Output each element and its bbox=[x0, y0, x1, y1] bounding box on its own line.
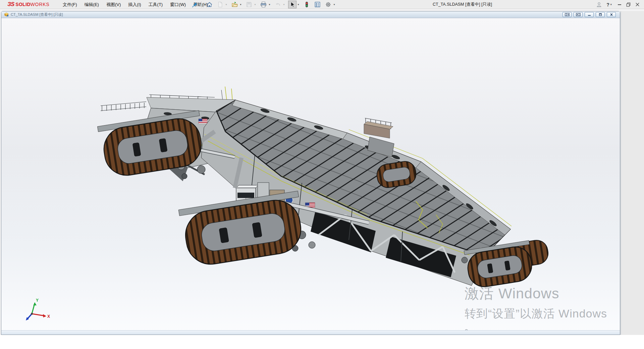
save-icon bbox=[246, 1, 252, 8]
traffic-light-icon bbox=[304, 1, 310, 8]
task-pane-collapsed[interactable] bbox=[621, 11, 644, 335]
open-dropdown[interactable]: ▾ bbox=[239, 1, 243, 8]
rear-platform bbox=[364, 118, 393, 138]
bottom-area bbox=[0, 335, 644, 349]
menu-edit[interactable]: 编辑(E) bbox=[81, 0, 103, 9]
select-dropdown[interactable]: ▾ bbox=[297, 1, 300, 8]
menu-file[interactable]: 文件(F) bbox=[59, 0, 81, 9]
undo-dropdown[interactable]: ▾ bbox=[282, 1, 286, 8]
undo-button[interactable] bbox=[274, 1, 282, 8]
document-pane-expand-right-button[interactable] bbox=[574, 12, 583, 17]
solidworks-window: ЗSSOLIDWORKS 文件(F)编辑(E)视图(V)插入(I)工具(T)窗口… bbox=[0, 0, 644, 349]
graphics-viewport[interactable]: Y X 激活 Windows 转到“设置”以激活 Windows bbox=[1, 18, 620, 335]
menubar: 文件(F)编辑(E)视图(V)插入(I)工具(T)窗口(W)帮助(H) bbox=[59, 0, 212, 9]
menu-window[interactable]: 窗口(W) bbox=[166, 0, 190, 9]
equipment-box bbox=[258, 183, 269, 197]
settings-gear-button[interactable] bbox=[324, 1, 332, 8]
document-title: CT_TA.SLDASM [查看中] [只读] bbox=[11, 12, 63, 17]
user-account-icon[interactable] bbox=[594, 0, 603, 9]
toolbar-separator bbox=[201, 1, 202, 8]
help-dropdown-icon[interactable]: ▾ bbox=[610, 3, 612, 6]
settings-gear-dropdown[interactable]: ▾ bbox=[332, 1, 336, 8]
main-titlebar: ЗSSOLIDWORKS 文件(F)编辑(E)视图(V)插入(I)工具(T)窗口… bbox=[0, 0, 644, 9]
select-button[interactable] bbox=[288, 1, 297, 8]
windows-activation-watermark: 激活 Windows 转到“设置”以激活 Windows bbox=[465, 284, 607, 321]
menu-insert[interactable]: 插入(I) bbox=[124, 0, 145, 9]
home-icon bbox=[206, 1, 213, 8]
main-toolbar: ▾▾▾▾▾▾▾ bbox=[205, 0, 336, 9]
orientation-triad: Y X bbox=[26, 298, 50, 320]
new-button[interactable] bbox=[216, 1, 224, 8]
options-list-icon bbox=[314, 1, 321, 8]
new-dropdown[interactable]: ▾ bbox=[224, 1, 228, 8]
help-button[interactable]: ?▾ bbox=[603, 0, 615, 9]
restore-button[interactable] bbox=[624, 0, 633, 9]
save-button[interactable] bbox=[245, 1, 253, 8]
us-flag-decal bbox=[199, 119, 207, 124]
select-icon bbox=[289, 1, 296, 8]
dassault-mark: ЗS bbox=[7, 1, 14, 7]
settings-gear-icon bbox=[325, 1, 331, 8]
new-icon bbox=[217, 1, 223, 8]
viewport-bottom-strip bbox=[1, 330, 620, 335]
document-window: CT_TA.SLDASM [查看中] [只读] bbox=[1, 11, 620, 335]
document-titlebar[interactable]: CT_TA.SLDASM [查看中] [只读] bbox=[1, 11, 620, 18]
solidworks-logo: ЗSSOLIDWORKS bbox=[7, 1, 49, 8]
pin-icon[interactable] bbox=[192, 2, 198, 8]
options-list-button[interactable] bbox=[313, 1, 322, 8]
open-button[interactable] bbox=[230, 1, 239, 8]
window-title: CT_TA.SLDASM [查看中] [只读] bbox=[433, 0, 492, 9]
triad-y-label: Y bbox=[36, 298, 39, 303]
menu-view[interactable]: 视图(V) bbox=[103, 0, 124, 9]
traffic-light-button[interactable] bbox=[303, 1, 311, 8]
window-controls: ?▾ bbox=[594, 0, 642, 9]
print-icon bbox=[260, 1, 267, 8]
document-pane-collapse-left-button[interactable] bbox=[562, 12, 572, 17]
close-button[interactable] bbox=[633, 0, 642, 9]
menu-tools[interactable]: 工具(T) bbox=[145, 0, 167, 9]
document-window-controls bbox=[562, 12, 616, 17]
print-dropdown[interactable]: ▾ bbox=[268, 1, 271, 8]
document-restore-button[interactable] bbox=[596, 12, 605, 17]
minimize-button[interactable] bbox=[615, 0, 624, 9]
open-icon bbox=[231, 1, 238, 8]
document-close-button[interactable] bbox=[607, 12, 616, 17]
assembly-icon bbox=[4, 12, 9, 17]
undo-icon bbox=[275, 1, 281, 8]
print-button[interactable] bbox=[259, 1, 268, 8]
deck-masts bbox=[225, 87, 232, 101]
save-dropdown[interactable]: ▾ bbox=[253, 1, 257, 8]
home-button[interactable] bbox=[205, 1, 214, 8]
document-minimize-button[interactable] bbox=[585, 12, 594, 17]
triad-x-label: X bbox=[47, 314, 50, 319]
